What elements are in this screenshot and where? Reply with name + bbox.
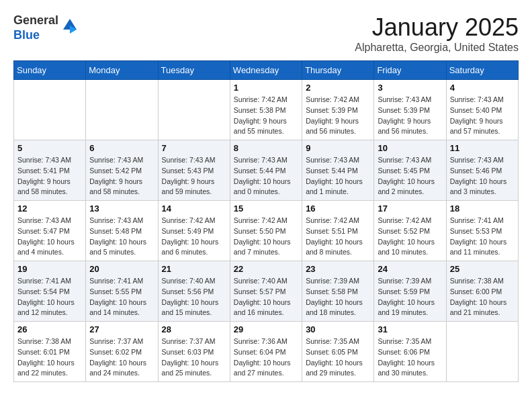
table-row: 26Sunrise: 7:38 AM Sunset: 6:01 PM Dayli… <box>14 322 86 382</box>
day-number: 14 <box>162 203 226 214</box>
logo-blue: Blue <box>13 28 40 42</box>
table-row: 16Sunrise: 7:42 AM Sunset: 5:51 PM Dayli… <box>302 201 374 261</box>
table-row: 23Sunrise: 7:39 AM Sunset: 5:58 PM Dayli… <box>302 261 374 322</box>
day-detail: Sunrise: 7:43 AM Sunset: 5:46 PM Dayligh… <box>450 155 515 197</box>
header-monday: Monday <box>86 61 158 80</box>
table-row: 31Sunrise: 7:35 AM Sunset: 6:06 PM Dayli… <box>374 322 446 382</box>
location: Alpharetta, Georgia, United States <box>355 42 519 54</box>
day-detail: Sunrise: 7:42 AM Sunset: 5:50 PM Dayligh… <box>234 216 298 258</box>
day-detail: Sunrise: 7:42 AM Sunset: 5:38 PM Dayligh… <box>234 95 298 137</box>
day-number: 16 <box>306 203 370 214</box>
day-number: 1 <box>234 83 298 93</box>
logo-text: General Blue <box>13 13 58 42</box>
day-detail: Sunrise: 7:43 AM Sunset: 5:42 PM Dayligh… <box>89 155 154 197</box>
table-row: 13Sunrise: 7:43 AM Sunset: 5:48 PM Dayli… <box>86 201 158 261</box>
table-row: 19Sunrise: 7:41 AM Sunset: 5:54 PM Dayli… <box>14 261 86 322</box>
day-detail: Sunrise: 7:43 AM Sunset: 5:47 PM Dayligh… <box>17 216 82 258</box>
calendar-week-row: 5Sunrise: 7:43 AM Sunset: 5:41 PM Daylig… <box>14 140 519 201</box>
day-number: 22 <box>234 264 298 274</box>
table-row: 20Sunrise: 7:41 AM Sunset: 5:55 PM Dayli… <box>86 261 158 322</box>
table-row: 21Sunrise: 7:40 AM Sunset: 5:56 PM Dayli… <box>158 261 230 322</box>
day-detail: Sunrise: 7:43 AM Sunset: 5:43 PM Dayligh… <box>162 155 226 197</box>
page-header: General Blue January 2025 Alpharetta, Ge… <box>13 13 519 54</box>
table-row: 17Sunrise: 7:42 AM Sunset: 5:52 PM Dayli… <box>374 201 446 261</box>
table-row: 2Sunrise: 7:42 AM Sunset: 5:39 PM Daylig… <box>302 80 374 140</box>
table-row: 4Sunrise: 7:43 AM Sunset: 5:40 PM Daylig… <box>446 80 518 140</box>
day-number: 10 <box>378 143 442 153</box>
header-saturday: Saturday <box>446 61 518 80</box>
day-number: 5 <box>17 143 82 153</box>
day-detail: Sunrise: 7:43 AM Sunset: 5:40 PM Dayligh… <box>450 95 515 137</box>
logo: General Blue <box>13 13 79 42</box>
day-detail: Sunrise: 7:38 AM Sunset: 6:01 PM Dayligh… <box>17 336 82 379</box>
calendar-week-row: 12Sunrise: 7:43 AM Sunset: 5:47 PM Dayli… <box>14 201 519 261</box>
day-number: 2 <box>306 83 370 93</box>
day-detail: Sunrise: 7:42 AM Sunset: 5:49 PM Dayligh… <box>162 216 226 258</box>
day-number: 30 <box>306 324 370 334</box>
day-number: 7 <box>162 143 226 153</box>
table-row <box>14 80 86 140</box>
day-detail: Sunrise: 7:35 AM Sunset: 6:06 PM Dayligh… <box>378 336 442 379</box>
table-row: 24Sunrise: 7:39 AM Sunset: 5:59 PM Dayli… <box>374 261 446 322</box>
day-number: 13 <box>89 203 154 214</box>
day-detail: Sunrise: 7:37 AM Sunset: 6:03 PM Dayligh… <box>162 336 226 379</box>
calendar-week-row: 19Sunrise: 7:41 AM Sunset: 5:54 PM Dayli… <box>14 261 519 322</box>
month-title: January 2025 <box>355 13 519 42</box>
day-detail: Sunrise: 7:40 AM Sunset: 5:57 PM Dayligh… <box>234 276 298 318</box>
table-row: 11Sunrise: 7:43 AM Sunset: 5:46 PM Dayli… <box>446 140 518 201</box>
day-detail: Sunrise: 7:38 AM Sunset: 6:00 PM Dayligh… <box>450 276 515 318</box>
day-detail: Sunrise: 7:37 AM Sunset: 6:02 PM Dayligh… <box>89 336 154 379</box>
day-number: 15 <box>234 203 298 214</box>
table-row: 29Sunrise: 7:36 AM Sunset: 6:04 PM Dayli… <box>230 322 302 382</box>
table-row <box>86 80 158 140</box>
day-number: 21 <box>162 264 226 274</box>
table-row: 30Sunrise: 7:35 AM Sunset: 6:05 PM Dayli… <box>302 322 374 382</box>
day-number: 20 <box>89 264 154 274</box>
header-sunday: Sunday <box>14 61 86 80</box>
day-number: 23 <box>306 264 370 274</box>
day-number: 31 <box>378 324 442 334</box>
day-number: 12 <box>17 203 82 214</box>
table-row: 12Sunrise: 7:43 AM Sunset: 5:47 PM Dayli… <box>14 201 86 261</box>
day-detail: Sunrise: 7:42 AM Sunset: 5:39 PM Dayligh… <box>306 95 370 137</box>
table-row: 7Sunrise: 7:43 AM Sunset: 5:43 PM Daylig… <box>158 140 230 201</box>
day-number: 17 <box>378 203 442 214</box>
calendar-table: Sunday Monday Tuesday Wednesday Thursday… <box>13 60 519 382</box>
table-row <box>446 322 518 382</box>
day-number: 24 <box>378 264 442 274</box>
calendar-week-row: 26Sunrise: 7:38 AM Sunset: 6:01 PM Dayli… <box>14 322 519 382</box>
table-row: 18Sunrise: 7:41 AM Sunset: 5:53 PM Dayli… <box>446 201 518 261</box>
table-row: 25Sunrise: 7:38 AM Sunset: 6:00 PM Dayli… <box>446 261 518 322</box>
day-number: 25 <box>450 264 515 274</box>
table-row <box>158 80 230 140</box>
header-wednesday: Wednesday <box>230 61 302 80</box>
table-row: 5Sunrise: 7:43 AM Sunset: 5:41 PM Daylig… <box>14 140 86 201</box>
table-row: 3Sunrise: 7:43 AM Sunset: 5:39 PM Daylig… <box>374 80 446 140</box>
title-block: January 2025 Alpharetta, Georgia, United… <box>355 13 519 54</box>
day-number: 9 <box>306 143 370 153</box>
table-row: 27Sunrise: 7:37 AM Sunset: 6:02 PM Dayli… <box>86 322 158 382</box>
day-detail: Sunrise: 7:40 AM Sunset: 5:56 PM Dayligh… <box>162 276 226 318</box>
day-number: 18 <box>450 203 515 214</box>
header-thursday: Thursday <box>302 61 374 80</box>
day-detail: Sunrise: 7:39 AM Sunset: 5:58 PM Dayligh… <box>306 276 370 318</box>
day-number: 4 <box>450 83 515 93</box>
day-detail: Sunrise: 7:41 AM Sunset: 5:53 PM Dayligh… <box>450 216 515 258</box>
day-number: 8 <box>234 143 298 153</box>
logo-icon <box>60 16 79 35</box>
day-number: 29 <box>234 324 298 334</box>
day-detail: Sunrise: 7:43 AM Sunset: 5:39 PM Dayligh… <box>378 95 442 137</box>
day-detail: Sunrise: 7:41 AM Sunset: 5:55 PM Dayligh… <box>89 276 154 318</box>
table-row: 6Sunrise: 7:43 AM Sunset: 5:42 PM Daylig… <box>86 140 158 201</box>
day-detail: Sunrise: 7:42 AM Sunset: 5:52 PM Dayligh… <box>378 216 442 258</box>
table-row: 14Sunrise: 7:42 AM Sunset: 5:49 PM Dayli… <box>158 201 230 261</box>
table-row: 22Sunrise: 7:40 AM Sunset: 5:57 PM Dayli… <box>230 261 302 322</box>
day-detail: Sunrise: 7:42 AM Sunset: 5:51 PM Dayligh… <box>306 216 370 258</box>
day-number: 19 <box>17 264 82 274</box>
day-detail: Sunrise: 7:41 AM Sunset: 5:54 PM Dayligh… <box>17 276 82 318</box>
table-row: 8Sunrise: 7:43 AM Sunset: 5:44 PM Daylig… <box>230 140 302 201</box>
day-number: 11 <box>450 143 515 153</box>
calendar-week-row: 1Sunrise: 7:42 AM Sunset: 5:38 PM Daylig… <box>14 80 519 140</box>
table-row: 1Sunrise: 7:42 AM Sunset: 5:38 PM Daylig… <box>230 80 302 140</box>
day-number: 3 <box>378 83 442 93</box>
